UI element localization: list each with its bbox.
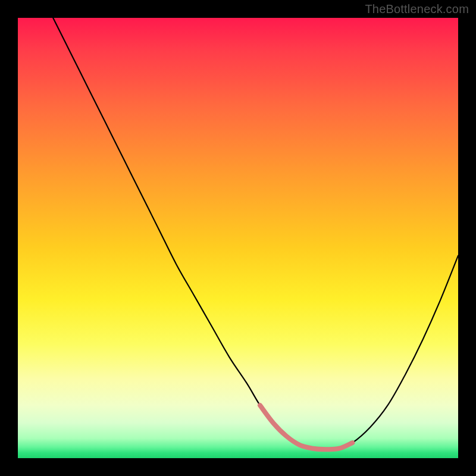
bottleneck-curve <box>53 18 458 449</box>
watermark-text: TheBottleneck.com <box>365 2 469 16</box>
curve-layer <box>18 18 458 458</box>
highlight-flat-region <box>260 405 352 449</box>
plot-area <box>18 18 458 458</box>
chart-frame: TheBottleneck.com <box>0 0 476 476</box>
